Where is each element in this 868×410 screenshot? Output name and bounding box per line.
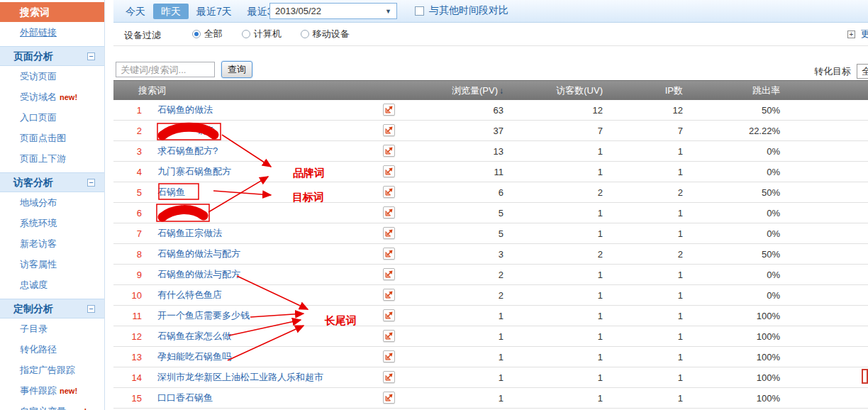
col-header-uv[interactable]: 访客数(UV) bbox=[511, 84, 610, 97]
bounce-value: 0% bbox=[691, 290, 787, 301]
keyword-link[interactable]: 开一个鱼店需要多少钱 bbox=[157, 310, 250, 321]
sidebar-section-label: 访客分析 bbox=[13, 177, 53, 188]
keyword-link[interactable]: 孕妇能吃石锅鱼吗 bbox=[157, 351, 231, 362]
keyword-link[interactable]: 有什么特色鱼店 bbox=[157, 289, 222, 300]
expand-icon-button[interactable] bbox=[383, 392, 395, 404]
sidebar-item[interactable]: 子目录 bbox=[0, 318, 104, 339]
sidebar-item[interactable]: 页面上下游 bbox=[0, 148, 104, 169]
bounce-value: 50% bbox=[691, 187, 787, 198]
ip-value: 1 bbox=[610, 393, 691, 404]
keyword-link[interactable]: 石锅鱼 bbox=[157, 187, 185, 197]
pv-value: 3 bbox=[411, 249, 511, 260]
sidebar-item[interactable]: 页面点击图 bbox=[0, 128, 104, 148]
sidebar-section[interactable]: 页面分析− bbox=[0, 46, 104, 66]
keyword-link[interactable]: 石锅鱼的做法与配方 bbox=[157, 248, 240, 259]
device-radio-option[interactable]: 移动设备 bbox=[301, 23, 350, 45]
bounce-value: 100% bbox=[691, 311, 787, 321]
col-header-keyword[interactable]: 搜索词 bbox=[113, 84, 383, 97]
col-header-ip[interactable]: IP数 bbox=[610, 84, 691, 97]
keyword-search-input[interactable] bbox=[116, 62, 215, 77]
radio-icon[interactable] bbox=[301, 30, 309, 38]
sidebar-item[interactable]: 系统环境 bbox=[0, 213, 104, 233]
radio-icon[interactable] bbox=[192, 30, 201, 38]
table-row: 3求石锅鱼配方?13110% bbox=[113, 141, 868, 162]
keyword-link[interactable]: 九门寨石锅鱼配方 bbox=[157, 166, 231, 177]
expand-icon-button[interactable] bbox=[383, 227, 395, 239]
search-words-table: 搜索词浏览量(PV)↓访客数(UV)IP数跳出率 1石锅鱼的做法63121250… bbox=[113, 80, 868, 409]
date-range-tab[interactable]: 今天 bbox=[118, 4, 153, 19]
uv-value: 7 bbox=[511, 126, 610, 136]
more-link[interactable]: + 更多 bbox=[847, 23, 868, 45]
date-range-tab[interactable]: 昨天 bbox=[153, 4, 189, 19]
expand-icon-button[interactable] bbox=[383, 268, 395, 280]
expand-arrow-icon bbox=[384, 105, 394, 114]
sidebar-item[interactable]: 入口页面 bbox=[0, 107, 104, 128]
collapse-icon[interactable]: − bbox=[87, 52, 95, 60]
expand-icon-button[interactable] bbox=[383, 206, 395, 218]
device-radio-option[interactable]: 全部 bbox=[192, 23, 223, 45]
expand-icon-button[interactable] bbox=[383, 104, 395, 116]
conversion-goal-select[interactable]: 全部 bbox=[857, 64, 868, 79]
expand-icon-button[interactable] bbox=[383, 350, 395, 362]
compare-toggle[interactable]: 与其他时间段对比 bbox=[415, 4, 508, 17]
bounce-value: 0% bbox=[691, 167, 787, 177]
sidebar-item[interactable]: 事件跟踪new! bbox=[0, 380, 104, 401]
expand-icon-button[interactable] bbox=[383, 124, 395, 136]
sidebar-item[interactable]: 新老访客 bbox=[0, 233, 104, 254]
expand-arrow-icon bbox=[384, 311, 394, 320]
sidebar-item[interactable]: 地域分布 bbox=[0, 192, 104, 213]
bounce-value: 100% bbox=[691, 393, 787, 404]
date-picker-dropdown[interactable]: 2013/05/22 ▼ bbox=[269, 3, 397, 19]
sidebar-section[interactable]: 定制分析− bbox=[0, 299, 104, 318]
sidebar-item[interactable]: 指定广告跟踪 bbox=[0, 360, 104, 380]
expand-icon-button[interactable] bbox=[383, 330, 395, 342]
sidebar-item[interactable]: 外部链接 bbox=[0, 22, 104, 43]
device-radio-option[interactable]: 计算机 bbox=[242, 23, 282, 45]
expand-icon-button[interactable] bbox=[383, 371, 395, 383]
sidebar-section[interactable]: 访客分析− bbox=[0, 172, 104, 192]
ip-value: 1 bbox=[610, 167, 691, 177]
device-option-label: 移动设备 bbox=[313, 23, 350, 45]
table-row: 12石锅鱼在家怎么做111100% bbox=[113, 326, 868, 347]
ip-value: 1 bbox=[610, 228, 691, 239]
keyword-link[interactable]: 石锅鱼的做法 bbox=[157, 104, 213, 115]
col-header-bounce[interactable]: 跳出率 bbox=[691, 84, 787, 97]
keyword-link[interactable]: 口口香石锅鱼 bbox=[157, 392, 213, 403]
expand-icon-button[interactable] bbox=[383, 289, 395, 301]
keyword-link[interactable]: 石锅鱼正宗做法 bbox=[157, 228, 222, 238]
keyword-link[interactable]: 石锅鱼的做法与配方 bbox=[157, 269, 240, 279]
expand-icon-button[interactable] bbox=[383, 186, 395, 198]
sidebar-item[interactable]: 忠诚度 bbox=[0, 275, 104, 295]
ip-value: 7 bbox=[610, 126, 691, 136]
keyword-link[interactable]: 锅鱼 bbox=[157, 124, 216, 137]
sidebar-item[interactable]: 转化路径 bbox=[0, 339, 104, 360]
expand-icon-button[interactable] bbox=[383, 165, 395, 177]
sidebar-item[interactable]: 自定义变量new! bbox=[0, 401, 104, 410]
collapse-icon[interactable]: − bbox=[87, 179, 95, 187]
sidebar-item-active[interactable]: 搜索词 bbox=[0, 2, 104, 22]
expand-icon-button[interactable] bbox=[383, 248, 395, 260]
expand-icon-button[interactable] bbox=[383, 309, 395, 321]
date-range-tab[interactable]: 最近7天 bbox=[189, 4, 240, 19]
keyword-link[interactable]: 深圳市龙华新区上油松工业路人乐和超市 bbox=[157, 372, 323, 382]
expand-arrow-icon bbox=[384, 331, 394, 340]
keyword-link[interactable]: 求石锅鱼配方? bbox=[157, 145, 218, 156]
collapse-icon[interactable]: − bbox=[87, 305, 95, 313]
row-rank: 11 bbox=[113, 311, 149, 321]
query-button[interactable]: 查询 bbox=[221, 61, 252, 78]
date-filter-bar: 今天昨天最近7天最近30天 2013/05/22 ▼ 与其他时间段对比 bbox=[113, 0, 868, 23]
chevron-down-icon: ▼ bbox=[385, 4, 391, 19]
keyword-link[interactable]: 石锅鱼在家怎么做 bbox=[157, 331, 231, 341]
expand-icon-button[interactable] bbox=[383, 145, 395, 157]
sidebar-item[interactable]: 访客属性 bbox=[0, 254, 104, 275]
bounce-value: 0% bbox=[691, 270, 787, 280]
sidebar-item[interactable]: 受访域名new! bbox=[0, 87, 104, 107]
col-header-pv[interactable]: 浏览量(PV)↓ bbox=[411, 84, 511, 97]
sidebar-item-label: 指定广告跟踪 bbox=[20, 365, 75, 375]
expand-arrow-icon bbox=[384, 228, 394, 238]
sidebar-item-label: 页面点击图 bbox=[20, 133, 66, 143]
sidebar-item[interactable]: 受访页面 bbox=[0, 66, 104, 87]
radio-icon[interactable] bbox=[242, 30, 250, 38]
compare-checkbox[interactable] bbox=[415, 6, 424, 16]
bounce-value: 22.22% bbox=[691, 126, 787, 136]
